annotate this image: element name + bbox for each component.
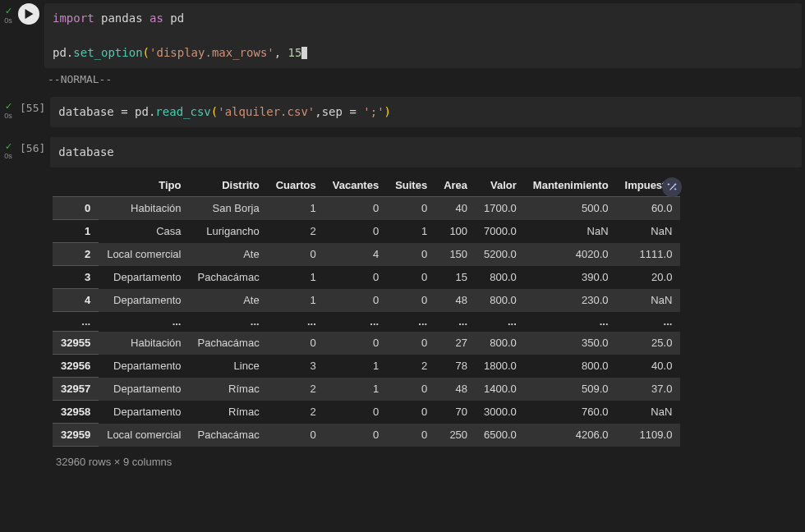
table-cell: Departamento [99,289,189,312]
table-cell: 390.0 [525,266,617,289]
table-cell: Pachacámac [189,332,267,355]
table-cell: Habitación [99,197,189,220]
table-cell: 1 [268,197,324,220]
table-cell: NaN [525,220,617,243]
table-cell: Casa [99,220,189,243]
table-cell: 5200.0 [476,243,525,266]
table-cell: Departamento [99,266,189,289]
table-cell: Rímac [189,378,267,401]
table-cell: 250 [435,424,476,447]
table-row: 0HabitaciónSan Borja100401700.0500.060.0 [53,197,680,220]
table-cell: 0 [387,266,435,289]
table-cell: Habitación [99,332,189,355]
table-cell: 760.0 [525,401,617,424]
table-cell: 0 [387,289,435,312]
exec-time: 0s [4,153,12,160]
ellipsis-row: .............................. [53,312,680,332]
column-header: Valor [476,174,525,197]
table-row: 32956DepartamentoLince312781800.0800.040… [53,355,680,378]
table-cell: NaN [617,289,681,312]
table-row: 3DepartamentoPachacámac10015800.0390.020… [53,266,680,289]
table-cell: 2 [387,355,435,378]
ellipsis-cell: ... [53,312,99,332]
ellipsis-cell: ... [268,312,324,332]
table-cell: 7000.0 [476,220,525,243]
table-cell: 1111.0 [617,243,681,266]
table-cell: 800.0 [525,355,617,378]
column-header: Suites [387,174,435,197]
table-cell: 100 [435,220,476,243]
table-cell: 2 [268,401,324,424]
table-cell: 0 [387,401,435,424]
table-cell: 0 [324,424,387,447]
table-cell: 0 [387,243,435,266]
table-row: 2Local comercialAte0401505200.04020.0111… [53,243,680,266]
table-cell: 3000.0 [476,401,525,424]
dataframe-table: TipoDistritoCuartosVacantesSuitesAreaVal… [53,174,680,447]
table-cell: 0 [268,243,324,266]
vim-mode-indicator: --NORMAL-- [0,71,805,90]
run-cell-button[interactable] [18,3,39,25]
table-cell: Departamento [99,355,189,378]
table-cell: 1 [268,289,324,312]
table-cell: 48 [435,289,476,312]
table-cell: 15 [435,266,476,289]
table-cell: 0 [324,401,387,424]
table-cell: Ate [189,289,267,312]
table-cell: 1400.0 [476,378,525,401]
table-cell: 2 [268,220,324,243]
ellipsis-cell: ... [476,312,525,332]
table-cell: 1 [324,355,387,378]
row-index: 3 [53,266,99,289]
table-cell: 1 [387,220,435,243]
table-cell: NaN [617,220,681,243]
cell-prompt [16,171,44,177]
ellipsis-cell: ... [324,312,387,332]
table-cell: Ate [189,243,267,266]
table-cell: 800.0 [476,266,525,289]
table-cell: 78 [435,355,476,378]
ellipsis-cell: ... [617,312,681,332]
table-cell: Pachacámac [189,424,267,447]
code-cell-1: ✓ 0s import pandas as pd pd.set_option('… [0,0,805,71]
row-index: 32958 [53,401,99,424]
table-cell: Local comercial [99,424,189,447]
table-cell: 0 [324,289,387,312]
table-cell: Rímac [189,401,267,424]
table-cell: 0 [324,197,387,220]
table-cell: 60.0 [617,197,681,220]
output-cell: TipoDistritoCuartosVacantesSuitesAreaVal… [0,171,805,476]
table-cell: Pachacámac [189,266,267,289]
table-cell: 350.0 [525,332,617,355]
code-editor[interactable]: database [50,137,802,167]
table-cell: NaN [617,401,681,424]
table-cell: 37.0 [617,378,681,401]
table-cell: 0 [268,332,324,355]
table-cell: 40 [435,197,476,220]
table-cell: 20.0 [617,266,681,289]
table-cell: 1800.0 [476,355,525,378]
row-index: 32959 [53,424,99,447]
table-cell: 25.0 [617,332,681,355]
cell-gutter: ✓ 0s [0,0,16,25]
code-editor[interactable]: import pandas as pd pd.set_option('displ… [44,3,802,68]
table-cell: Local comercial [99,243,189,266]
table-row: 32957DepartamentoRímac210481400.0509.037… [53,378,680,401]
success-check-icon: ✓ [5,102,12,111]
index-header [53,174,99,197]
column-header: Area [435,174,476,197]
column-header: Cuartos [268,174,324,197]
code-blank-line [53,27,794,44]
cell-gutter [0,171,16,177]
row-index: 1 [53,220,99,243]
table-cell: 0 [324,266,387,289]
row-index: 32955 [53,332,99,355]
table-cell: 3 [268,355,324,378]
table-container: TipoDistritoCuartosVacantesSuitesAreaVal… [53,174,680,447]
code-editor[interactable]: database = pd.read_csv('alquiler.csv',se… [50,97,802,127]
dataframe-output: TipoDistritoCuartosVacantesSuitesAreaVal… [44,171,805,476]
table-cell: San Borja [189,197,267,220]
table-cell: 0 [387,197,435,220]
magic-wand-icon [666,181,678,193]
row-index: 2 [53,243,99,266]
